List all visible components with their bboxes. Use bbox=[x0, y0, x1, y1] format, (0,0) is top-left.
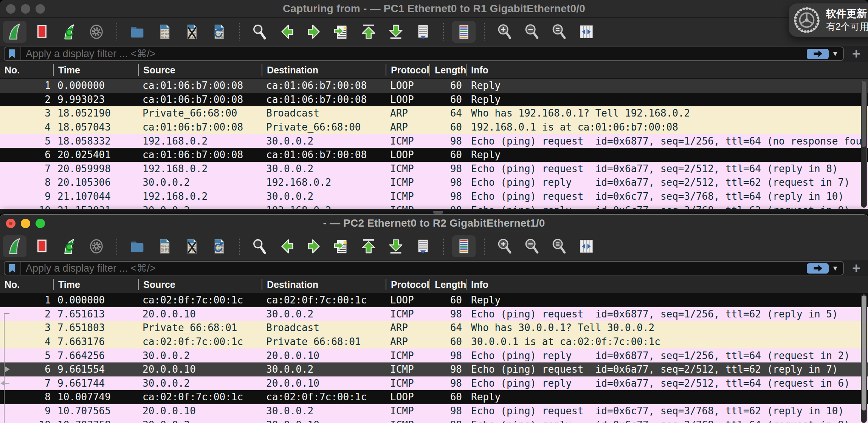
maximize-button[interactable] bbox=[36, 4, 45, 14]
packet-row[interactable]: 518.058332192.168.0.230.0.0.2ICMP98Echo … bbox=[0, 134, 868, 148]
scrollbar-thumb[interactable] bbox=[433, 211, 443, 214]
resize-columns-button[interactable] bbox=[575, 21, 598, 43]
previous-packet-button[interactable] bbox=[275, 21, 299, 43]
packet-row[interactable]: 720.059998192.168.0.230.0.0.2ICMP98Echo … bbox=[0, 162, 868, 176]
zoom-reset-button[interactable] bbox=[547, 21, 571, 43]
display-filter-input[interactable] bbox=[21, 48, 807, 60]
column-header-source[interactable]: Source bbox=[138, 276, 262, 293]
column-header-destination[interactable]: Destination bbox=[262, 62, 386, 78]
packet-row[interactable]: 10.000000ca:02:0f:7c:00:1cca:02:0f:7c:00… bbox=[0, 293, 868, 307]
first-packet-button[interactable] bbox=[357, 21, 380, 43]
packet-row[interactable]: 69.66155420.0.0.1030.0.0.2ICMP98Echo (pi… bbox=[0, 362, 868, 376]
stop-capture-button[interactable] bbox=[30, 235, 54, 257]
column-header-time[interactable]: Time bbox=[53, 276, 138, 293]
restart-capture-button[interactable] bbox=[57, 21, 81, 43]
close-button[interactable] bbox=[6, 4, 16, 14]
scrollbar-thumb[interactable] bbox=[862, 295, 866, 411]
packet-row[interactable]: 47.663176ca:02:0f:7c:00:1cPrivate_66:68:… bbox=[0, 335, 868, 349]
find-packet-button[interactable] bbox=[248, 235, 271, 257]
capture-options-button[interactable] bbox=[85, 235, 108, 257]
column-header-destination[interactable]: Destination bbox=[262, 276, 386, 293]
software-update-notification[interactable]: 软件更新 有2个可用 bbox=[789, 3, 868, 37]
zoom-out-button[interactable] bbox=[520, 235, 544, 257]
auto-scroll-button[interactable] bbox=[411, 21, 435, 43]
previous-packet-button[interactable] bbox=[275, 235, 299, 257]
column-header-protocol[interactable]: Protocol bbox=[386, 276, 429, 293]
maximize-button[interactable] bbox=[36, 219, 45, 228]
packet-row[interactable]: 921.107044192.168.0.230.0.0.2ICMP98Echo … bbox=[0, 190, 868, 204]
column-header-no[interactable]: No. bbox=[0, 62, 53, 78]
colorize-packets-button[interactable] bbox=[452, 21, 476, 43]
packet-row[interactable]: 1010.70775830.0.0.220.0.0.10ICMP98Echo (… bbox=[0, 418, 868, 423]
apply-filter-button[interactable] bbox=[807, 49, 829, 59]
column-header-info[interactable]: Info bbox=[466, 62, 868, 78]
packet-row[interactable]: 418.057043ca:01:06:b7:00:08Private_66:68… bbox=[0, 120, 868, 134]
column-header-length[interactable]: Length bbox=[429, 276, 466, 293]
display-filter-field[interactable]: ▼ bbox=[4, 47, 844, 61]
next-packet-button[interactable] bbox=[302, 235, 326, 257]
reload-file-button[interactable] bbox=[207, 235, 231, 257]
find-packet-button[interactable] bbox=[248, 21, 271, 43]
packet-row[interactable]: 29.993023ca:01:06:b7:00:08ca:01:06:b7:00… bbox=[0, 93, 868, 107]
vertical-scrollbar[interactable] bbox=[861, 80, 867, 208]
first-packet-button[interactable] bbox=[357, 235, 380, 257]
packet-row[interactable]: 10.000000ca:01:06:b7:00:08ca:01:06:b7:00… bbox=[0, 79, 868, 93]
packet-row[interactable]: 79.66174430.0.0.220.0.0.10ICMP98Echo (pi… bbox=[0, 376, 868, 390]
close-file-button[interactable] bbox=[180, 21, 203, 43]
add-filter-button[interactable]: + bbox=[848, 260, 864, 276]
auto-scroll-button[interactable] bbox=[411, 235, 435, 257]
titlebar[interactable]: Capturing from - — PC1 Ethernet0 to R1 G… bbox=[0, 0, 868, 18]
column-header-info[interactable]: Info bbox=[466, 276, 868, 293]
open-file-button[interactable] bbox=[126, 235, 149, 257]
column-header-time[interactable]: Time bbox=[53, 62, 138, 78]
packet-row[interactable]: 57.66425630.0.0.220.0.0.10ICMP98Echo (pi… bbox=[0, 348, 868, 362]
go-to-packet-button[interactable] bbox=[330, 21, 353, 43]
horizontal-scrollbar[interactable] bbox=[0, 209, 868, 214]
reload-file-button[interactable] bbox=[207, 21, 231, 43]
start-capture-button[interactable] bbox=[3, 235, 26, 257]
resize-columns-button[interactable] bbox=[575, 235, 598, 257]
zoom-in-button[interactable] bbox=[493, 235, 516, 257]
packet-row[interactable]: 620.025401ca:01:06:b7:00:08ca:01:06:b7:0… bbox=[0, 148, 868, 162]
packet-row[interactable]: 318.052190Private_66:68:00BroadcastARP64… bbox=[0, 106, 868, 120]
filter-bookmark-button[interactable] bbox=[5, 262, 21, 275]
packet-row[interactable]: 810.007749ca:02:0f:7c:00:1cca:02:0f:7c:0… bbox=[0, 390, 868, 404]
open-file-button[interactable] bbox=[126, 21, 149, 43]
minimize-button[interactable] bbox=[21, 219, 30, 228]
packet-row[interactable]: 37.651803Private_66:68:01BroadcastARP64W… bbox=[0, 321, 868, 335]
column-header-protocol[interactable]: Protocol bbox=[386, 62, 429, 78]
next-packet-button[interactable] bbox=[302, 21, 326, 43]
restart-capture-button[interactable] bbox=[57, 235, 81, 257]
titlebar[interactable]: - — PC2 Ethernet0 to R2 GigabitEthernet1… bbox=[0, 215, 868, 232]
column-header-length[interactable]: Length bbox=[429, 62, 466, 78]
go-to-packet-button[interactable] bbox=[330, 235, 353, 257]
add-filter-button[interactable]: + bbox=[848, 46, 864, 62]
minimize-button[interactable] bbox=[21, 4, 30, 14]
stop-capture-button[interactable] bbox=[30, 21, 54, 43]
close-button[interactable] bbox=[6, 219, 16, 228]
display-filter-field[interactable]: ▼ bbox=[4, 261, 844, 275]
zoom-in-button[interactable] bbox=[493, 21, 516, 43]
close-file-button[interactable] bbox=[180, 235, 203, 257]
last-packet-button[interactable] bbox=[384, 235, 408, 257]
packet-row[interactable]: 910.70756520.0.0.1030.0.0.2ICMP98Echo (p… bbox=[0, 404, 868, 418]
column-header-no[interactable]: No. bbox=[0, 276, 53, 293]
vertical-scrollbar[interactable] bbox=[861, 294, 867, 423]
filter-bookmark-button[interactable] bbox=[5, 47, 21, 60]
packet-row[interactable]: 820.10530630.0.0.2192.168.0.2ICMP98Echo … bbox=[0, 176, 868, 190]
zoom-reset-button[interactable] bbox=[547, 235, 571, 257]
filter-dropdown-caret[interactable]: ▼ bbox=[832, 264, 839, 272]
save-file-button[interactable] bbox=[153, 235, 176, 257]
column-header-source[interactable]: Source bbox=[138, 62, 262, 78]
packet-row[interactable]: 1021.15303130.0.0.2192.168.0.2ICMP98Echo… bbox=[0, 203, 868, 209]
start-capture-button[interactable] bbox=[3, 21, 26, 43]
scrollbar-thumb[interactable] bbox=[862, 81, 866, 147]
packet-row[interactable]: 27.65161320.0.0.1030.0.0.2ICMP98Echo (pi… bbox=[0, 307, 868, 321]
zoom-out-button[interactable] bbox=[520, 21, 544, 43]
last-packet-button[interactable] bbox=[384, 21, 408, 43]
save-file-button[interactable] bbox=[153, 21, 176, 43]
colorize-packets-button[interactable] bbox=[452, 235, 476, 257]
display-filter-input[interactable] bbox=[21, 263, 807, 274]
filter-dropdown-caret[interactable]: ▼ bbox=[832, 50, 839, 58]
capture-options-button[interactable] bbox=[85, 21, 108, 43]
